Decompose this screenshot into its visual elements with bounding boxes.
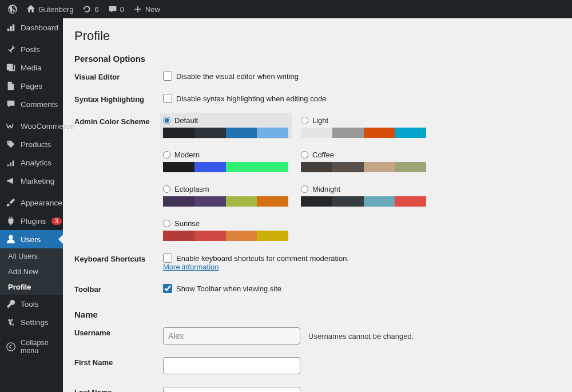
last-name-input[interactable] [163,387,300,392]
main-content: Profile Personal Options Visual Editor D… [63,18,572,392]
syntax-checkbox[interactable]: Disable syntax highlighting when editing… [163,94,561,103]
settings-icon [6,317,16,327]
color-scheme-coffee[interactable]: Coffee [301,151,426,172]
woo-icon [6,121,16,131]
sidebar-item-marketing[interactable]: Marketing [0,172,63,190]
username-input [163,327,300,345]
wp-logo[interactable] [3,0,22,18]
admin-sidebar: Dashboard Posts Media Pages Comments Woo… [0,18,63,392]
sidebar-item-posts[interactable]: Posts [0,40,63,58]
plugin-icon [6,216,16,226]
comment-icon [108,5,117,14]
users-icon [6,234,16,244]
sub-item-add-new[interactable]: Add New [0,264,63,279]
admin-bar: Gutenberg 6 0 New [0,0,572,18]
page-title: Profile [74,29,561,43]
wordpress-icon [8,5,17,14]
label-toolbar: Toolbar [74,284,163,294]
site-name-link[interactable]: Gutenberg [22,0,78,18]
new-link[interactable]: New [129,0,165,18]
label-username: Username [74,327,163,337]
analytics-icon [6,157,16,168]
sidebar-item-analytics[interactable]: Analytics [0,153,63,172]
sidebar-item-users[interactable]: Users [0,230,63,248]
color-scheme-default[interactable]: Default [160,113,292,139]
dashboard-icon [6,22,16,33]
sub-item-profile[interactable]: Profile [0,279,63,295]
media-icon [6,62,16,73]
color-scheme-midnight[interactable]: Midnight [301,185,426,207]
section-personal-options: Personal Options [74,54,561,64]
page-icon [6,81,16,91]
collapse-menu[interactable]: Collapse menu [0,335,63,359]
comments-count: 0 [120,5,124,14]
sidebar-item-settings[interactable]: Settings [0,313,63,331]
tools-icon [6,299,16,309]
sidebar-item-media[interactable]: Media [0,58,63,77]
sidebar-item-pages[interactable]: Pages [0,77,63,95]
sidebar-item-dashboard[interactable]: Dashboard [0,18,63,37]
visual-editor-checkbox[interactable]: Disable the visual editor when writing [163,72,561,81]
home-icon [26,5,35,14]
comments-icon [6,99,16,109]
comments-link[interactable]: 0 [104,0,129,18]
color-scheme-grid: DefaultLightModernCoffeeEctoplasmMidnigh… [163,116,561,241]
svg-point-0 [7,343,15,351]
username-help: Usernames cannot be changed. [308,332,414,340]
sidebar-item-products[interactable]: Products [0,135,63,153]
color-scheme-sunrise[interactable]: Sunrise [163,219,288,241]
shortcuts-more-link[interactable]: More information [163,263,219,271]
label-last-name: Last Name [74,387,163,392]
collapse-icon [6,342,16,352]
updates-link[interactable]: 6 [78,0,103,18]
label-syntax: Syntax Highlighting [74,94,163,104]
label-first-name: First Name [74,357,163,367]
update-icon [82,5,92,14]
sidebar-item-plugins[interactable]: Plugins3 [0,212,63,230]
toolbar-checkbox[interactable]: Show Toolbar when viewing site [163,284,561,293]
sidebar-item-comments[interactable]: Comments [0,95,63,113]
pin-icon [6,44,16,54]
plus-icon [133,5,142,14]
first-name-input[interactable] [163,357,300,374]
label-color-scheme: Admin Color Scheme [74,116,163,126]
new-label: New [145,5,160,14]
sidebar-item-tools[interactable]: Tools [0,295,63,313]
color-scheme-modern[interactable]: Modern [163,151,288,172]
label-shortcuts: Keyboard Shortcuts [74,254,163,263]
color-scheme-light[interactable]: Light [301,116,426,138]
color-scheme-ectoplasm[interactable]: Ectoplasm [163,185,288,207]
products-icon [6,139,16,149]
site-name: Gutenberg [38,5,73,14]
users-submenu: All Users Add New Profile [0,248,63,295]
label-visual-editor: Visual Editor [74,72,163,81]
section-name: Name [74,310,561,319]
megaphone-icon [6,176,16,186]
sub-item-all-users[interactable]: All Users [0,248,63,264]
sidebar-item-appearance[interactable]: Appearance [0,193,63,212]
shortcuts-checkbox[interactable]: Enable keyboard shortcuts for comment mo… [163,254,561,263]
sidebar-item-woocommerce[interactable]: WooCommerce [0,117,63,135]
updates-count: 6 [94,5,98,14]
brush-icon [6,197,16,208]
plugins-badge: 3 [51,217,62,225]
